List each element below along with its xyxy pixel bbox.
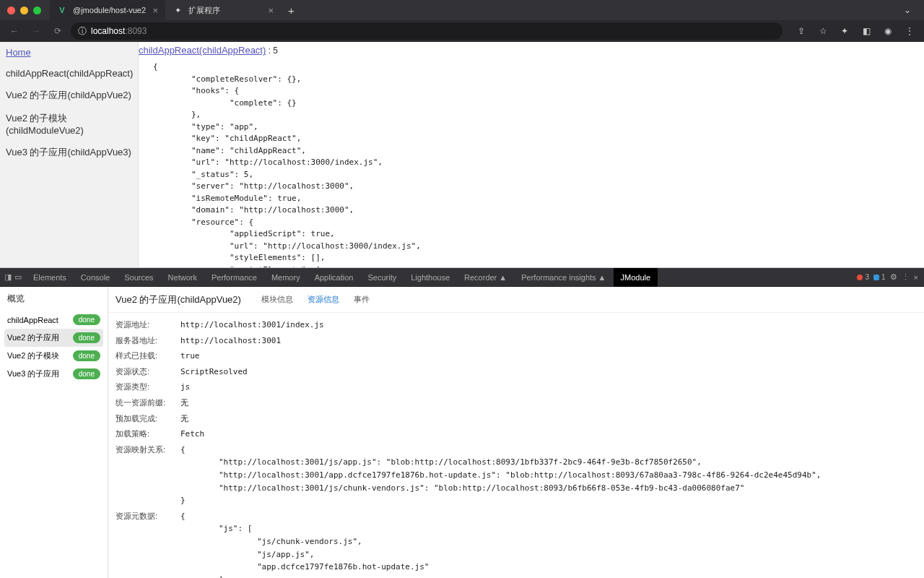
settings-icon[interactable]: ⚙ bbox=[890, 272, 897, 282]
overview-title: 概览 bbox=[0, 287, 108, 311]
detail-value: 无 bbox=[180, 413, 188, 426]
devtools-body: 概览 childAppReact done Vue2 的子应用 done Vue… bbox=[0, 287, 924, 578]
close-tab-icon[interactable]: × bbox=[152, 5, 158, 16]
more-icon[interactable]: ⋮ bbox=[902, 272, 910, 282]
sidebar-item-vue2-module[interactable]: Vue2 的子模块(childModuleVue2) bbox=[0, 107, 138, 141]
devtools-tab-memory[interactable]: Memory bbox=[264, 268, 308, 287]
module-detail-title: Vue2 的子应用(childAppVue2) bbox=[116, 293, 241, 306]
detail-label: 统一资源前缀: bbox=[116, 397, 180, 410]
resource-detail-table: 资源地址:http://localhost:3001/index.js 服务器地… bbox=[108, 313, 924, 578]
devtools-main-header: Vue2 的子应用(childAppVue2) 模块信息 资源信息 事件 bbox=[108, 287, 924, 313]
module-row[interactable]: childAppReact done bbox=[4, 311, 103, 329]
tab-title: @jmodule/host-vue2 bbox=[73, 6, 146, 14]
module-name: Vue2 的子模块 bbox=[7, 350, 59, 361]
devtools-tab-elements[interactable]: Elements bbox=[26, 268, 74, 287]
back-button[interactable]: ← bbox=[6, 22, 23, 40]
devtools-tab-recorder[interactable]: Recorder ▲ bbox=[457, 268, 514, 287]
home-link[interactable]: Home bbox=[0, 42, 138, 63]
sidepanel-icon[interactable]: ◧ bbox=[858, 22, 875, 40]
title-bar: V @jmodule/host-vue2 × ✦ 扩展程序 × + ⌄ bbox=[0, 0, 924, 20]
error-count-badge[interactable]: 3 bbox=[857, 273, 869, 281]
devtools-tab-performance[interactable]: Performance bbox=[204, 268, 264, 287]
sub-tab-resource-info[interactable]: 资源信息 bbox=[302, 291, 345, 308]
module-row[interactable]: Vue2 的子模块 done bbox=[4, 347, 103, 365]
devtools-tab-security[interactable]: Security bbox=[360, 268, 404, 287]
browser-tab-1[interactable]: V @jmodule/host-vue2 × bbox=[50, 0, 165, 20]
maximize-window-button[interactable] bbox=[33, 7, 41, 14]
devtools-tab-perf-insights[interactable]: Performance insights ▲ bbox=[514, 268, 613, 287]
sidebar-item-vue2-app[interactable]: Vue2 的子应用(childAppVue2) bbox=[0, 84, 138, 107]
address-bar[interactable]: ⓘ localhost:8093 bbox=[71, 22, 783, 40]
close-tab-icon[interactable]: × bbox=[268, 5, 274, 16]
devtools-tab-sources[interactable]: Sources bbox=[117, 268, 160, 287]
detail-label: 预加载完成: bbox=[116, 413, 180, 426]
devtools-inspect-controls: ◨ ▭ bbox=[0, 272, 26, 282]
devtools-tab-console[interactable]: Console bbox=[74, 268, 117, 287]
module-json-dump: { "completeResolver": {}, "hooks": { "co… bbox=[139, 56, 924, 267]
nav-bar: ← → ⟳ ⓘ localhost:8093 ⇪ ☆ ✦ ◧ ◉ ⋮ bbox=[0, 20, 924, 42]
status-badge: done bbox=[73, 368, 100, 379]
close-window-button[interactable] bbox=[7, 7, 15, 14]
sub-tab-module-info[interactable]: 模块信息 bbox=[256, 291, 299, 308]
status-badge: done bbox=[73, 332, 100, 343]
detail-value: { "js": [ "js/chunk-vendors.js", "js/app… bbox=[180, 510, 429, 578]
inspect-element-icon[interactable]: ◨ bbox=[4, 272, 12, 282]
module-row[interactable]: Vue2 的子应用 done bbox=[4, 329, 103, 347]
sidebar-item-vue3-app[interactable]: Vue3 的子应用(childAppVue3) bbox=[0, 141, 138, 164]
devtools-panel: ◨ ▭ Elements Console Sources Network Per… bbox=[0, 267, 924, 578]
url-host: localhost bbox=[91, 26, 125, 36]
module-name: Vue2 的子应用 bbox=[7, 332, 59, 343]
detail-label: 加载策略: bbox=[116, 428, 180, 441]
minimize-window-button[interactable] bbox=[20, 7, 28, 14]
device-toolbar-icon[interactable]: ▭ bbox=[14, 272, 22, 282]
devtools-tab-network[interactable]: Network bbox=[161, 268, 204, 287]
site-info-icon[interactable]: ⓘ bbox=[78, 25, 87, 38]
browser-tab-2[interactable]: ✦ 扩展程序 × bbox=[165, 0, 281, 20]
status-badge: done bbox=[73, 314, 100, 325]
new-tab-button[interactable]: + bbox=[281, 0, 302, 20]
detail-value: http://localhost:3001 bbox=[180, 335, 281, 348]
profile-icon[interactable]: ◉ bbox=[879, 22, 897, 40]
extensions-icon[interactable]: ✦ bbox=[836, 22, 853, 40]
detail-label: 资源类型: bbox=[116, 381, 180, 394]
detail-value: ScriptResolved bbox=[180, 366, 248, 379]
page-viewport: Home childAppReact(childAppReact) Vue2 的… bbox=[0, 42, 924, 267]
share-icon[interactable]: ⇪ bbox=[793, 22, 810, 40]
sub-tab-events[interactable]: 事件 bbox=[348, 291, 375, 308]
close-devtools-icon[interactable]: × bbox=[914, 273, 918, 282]
detail-label: 服务器地址: bbox=[116, 335, 180, 348]
detail-label: 样式已挂载: bbox=[116, 350, 180, 363]
detail-row: 资源映射关系:{ "http://localhost:3001/js/app.j… bbox=[116, 442, 917, 509]
detail-row: 资源状态:ScriptResolved bbox=[116, 364, 917, 380]
detail-row: 预加载完成:无 bbox=[116, 411, 917, 427]
detail-value: { "http://localhost:3001/js/app.js": "bl… bbox=[180, 444, 821, 507]
module-name: childAppReact bbox=[7, 316, 58, 324]
detail-label: 资源状态: bbox=[116, 366, 180, 379]
detail-value: true bbox=[180, 350, 200, 363]
detail-label: 资源地址: bbox=[116, 319, 180, 332]
reload-button[interactable]: ⟳ bbox=[49, 22, 66, 40]
vue-icon: V bbox=[57, 5, 67, 15]
tab-overflow-button[interactable]: ⌄ bbox=[904, 5, 911, 15]
devtools-tab-lighthouse[interactable]: Lighthouse bbox=[404, 268, 457, 287]
browser-chrome: V @jmodule/host-vue2 × ✦ 扩展程序 × + ⌄ ← → … bbox=[0, 0, 924, 42]
devtools-tabs: ◨ ▭ Elements Console Sources Network Per… bbox=[0, 268, 924, 287]
detail-row: 资源类型:js bbox=[116, 379, 917, 395]
bookmark-icon[interactable]: ☆ bbox=[814, 22, 832, 40]
devtools-main-panel: Vue2 的子应用(childAppVue2) 模块信息 资源信息 事件 资源地… bbox=[108, 287, 924, 578]
module-row[interactable]: Vue3 的子应用 done bbox=[4, 365, 103, 383]
devtools-tab-application[interactable]: Application bbox=[308, 268, 361, 287]
detail-row: 统一资源前缀:无 bbox=[116, 395, 917, 411]
devtools-tab-jmodule[interactable]: JModule bbox=[614, 268, 658, 287]
sidebar-item-react[interactable]: childAppReact(childAppReact) bbox=[0, 63, 138, 84]
forward-button[interactable]: → bbox=[27, 22, 45, 40]
page-content: childAppReact(childAppReact) : 5 { "comp… bbox=[139, 42, 924, 267]
window-controls bbox=[7, 7, 41, 14]
child-app-link[interactable]: childAppReact(childAppReact) bbox=[139, 45, 266, 56]
detail-label: 资源元数据: bbox=[116, 510, 180, 578]
extension-icon: ✦ bbox=[173, 5, 183, 15]
child-app-count: : 5 bbox=[266, 46, 278, 56]
menu-icon[interactable]: ⋮ bbox=[901, 22, 918, 40]
detail-row: 资源地址:http://localhost:3001/index.js bbox=[116, 317, 917, 333]
info-count-badge[interactable]: 1 bbox=[873, 273, 886, 281]
